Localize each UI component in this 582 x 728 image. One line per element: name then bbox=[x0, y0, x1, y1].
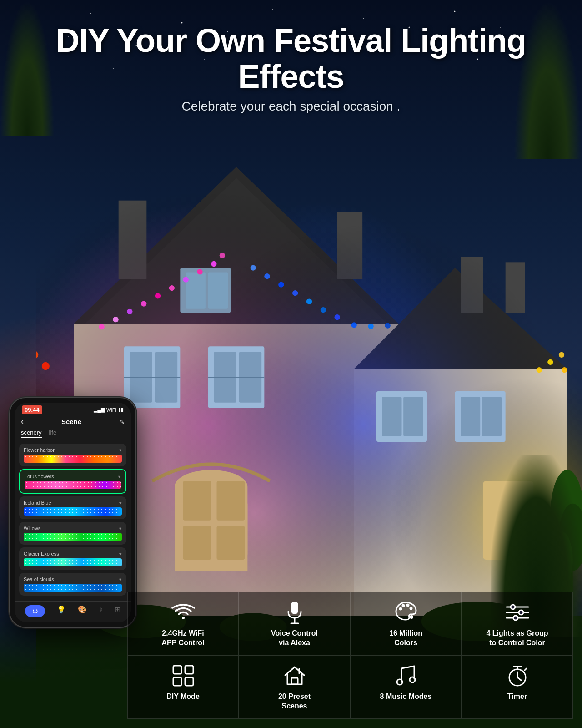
music-icon bbox=[396, 664, 416, 688]
phone-time: 09.44 bbox=[22, 405, 42, 414]
svg-rect-112 bbox=[291, 678, 298, 684]
scene-sea-of-clouds[interactable]: Sea of clouds ♥ bbox=[19, 573, 126, 596]
battery-icon: ▮▮ bbox=[118, 407, 124, 413]
svg-rect-46 bbox=[183, 526, 211, 560]
voice-label: Voice Control via Alexa bbox=[271, 629, 318, 648]
svg-point-82 bbox=[385, 323, 391, 329]
music-label: 8 Music Modes bbox=[380, 692, 432, 702]
scene-name: Lotus flowers bbox=[25, 474, 54, 479]
svg-point-101 bbox=[410, 615, 413, 619]
tab-life[interactable]: life bbox=[49, 429, 57, 438]
music-icon-wrap bbox=[393, 663, 419, 688]
sliders-icon-wrap bbox=[505, 600, 530, 625]
bulb-nav-icon[interactable]: 💡 bbox=[57, 605, 66, 617]
scene-flower-harbor[interactable]: Flower harbor ♥ bbox=[19, 444, 126, 466]
timer-icon-wrap bbox=[505, 663, 530, 688]
wifi-label: 2.4GHz WiFi APP Control bbox=[162, 629, 205, 648]
svg-rect-44 bbox=[183, 481, 211, 520]
scene-glacier-express[interactable]: Glacier Express ♥ bbox=[19, 547, 126, 570]
svg-rect-45 bbox=[217, 481, 245, 520]
phone-screen: 09.44 ▂▄▆ WiFi ▮▮ ‹ Scene ✎ scenery life bbox=[15, 403, 131, 622]
scene-dots-sea bbox=[24, 584, 122, 592]
scene-dots-lotus bbox=[25, 481, 121, 489]
feature-voice: Voice Control via Alexa bbox=[239, 592, 350, 656]
svg-point-4 bbox=[454, 11, 456, 12]
svg-rect-50 bbox=[403, 397, 423, 436]
phone-bottom-nav: ⏻ 💡 🎨 ♪ ⊞ bbox=[15, 601, 131, 622]
svg-point-114 bbox=[397, 679, 402, 685]
scene-name: Iceland Blue bbox=[24, 500, 51, 506]
svg-point-65 bbox=[127, 309, 132, 314]
back-button[interactable]: ‹ bbox=[21, 417, 24, 426]
scene-dots-glacier bbox=[24, 558, 122, 566]
svg-rect-111 bbox=[185, 677, 193, 686]
heart-icon: ♥ bbox=[119, 526, 122, 531]
wifi-icon bbox=[171, 603, 195, 622]
svg-point-93 bbox=[182, 617, 185, 619]
scene-willows[interactable]: Willows ♥ bbox=[19, 522, 126, 545]
music-nav-icon[interactable]: ♪ bbox=[99, 605, 103, 617]
svg-point-103 bbox=[511, 605, 515, 609]
palette-icon bbox=[394, 601, 418, 624]
tab-scenery[interactable]: scenery bbox=[21, 429, 42, 438]
scene-iceland-blue[interactable]: Iceland Blue ♥ bbox=[19, 496, 126, 519]
svg-rect-52 bbox=[461, 397, 480, 436]
feature-wifi: 2.4GHz WiFi APP Control bbox=[127, 592, 239, 656]
svg-rect-47 bbox=[217, 526, 245, 560]
feature-diy: DIY Mode bbox=[127, 655, 239, 719]
home-icon-wrap bbox=[282, 663, 307, 688]
phone-mockup: 09.44 ▂▄▆ WiFi ▮▮ ‹ Scene ✎ scenery life bbox=[9, 397, 136, 628]
scene-name: Glacier Express bbox=[24, 551, 59, 556]
svg-point-86 bbox=[562, 367, 567, 373]
scene-name: Willows bbox=[24, 526, 40, 531]
heart-icon: ♥ bbox=[119, 551, 122, 556]
svg-point-115 bbox=[410, 677, 415, 682]
svg-point-67 bbox=[155, 293, 161, 298]
grid-icon bbox=[172, 664, 195, 687]
phone-status-bar: 09.44 ▂▄▆ WiFi ▮▮ bbox=[15, 403, 131, 415]
phone-screen-title: Scene bbox=[61, 418, 81, 425]
colors-label: 16 Million Colors bbox=[389, 629, 422, 648]
edit-button[interactable]: ✎ bbox=[119, 418, 125, 425]
svg-rect-49 bbox=[382, 397, 401, 436]
heart-icon: ♥ bbox=[119, 448, 122, 453]
svg-rect-108 bbox=[173, 666, 181, 674]
svg-point-79 bbox=[335, 314, 340, 320]
header-section: DIY Your Own Festival Lighting Effects C… bbox=[0, 14, 582, 123]
signal-icon: ▂▄▆ bbox=[94, 407, 105, 413]
phone-outer: 09.44 ▂▄▆ WiFi ▮▮ ‹ Scene ✎ scenery life bbox=[9, 397, 136, 628]
group-label: 4 Lights as Group to Control Color bbox=[486, 629, 548, 648]
timer-label: Timer bbox=[507, 692, 527, 702]
heart-icon: ♥ bbox=[119, 577, 122, 582]
power-nav-button[interactable]: ⏻ bbox=[25, 605, 45, 617]
sliders-icon bbox=[506, 603, 529, 622]
svg-line-121 bbox=[525, 668, 527, 670]
feature-group: 4 Lights as Group to Control Color bbox=[462, 592, 573, 656]
svg-line-118 bbox=[517, 677, 521, 680]
heart-icon: ♥ bbox=[119, 500, 122, 506]
sub-title: Celebrate your each special occasion . bbox=[9, 99, 573, 114]
scene-name: Flower harbor bbox=[24, 447, 55, 453]
main-title: DIY Your Own Festival Lighting Effects bbox=[9, 23, 573, 95]
svg-point-99 bbox=[406, 603, 409, 607]
svg-point-84 bbox=[547, 359, 553, 365]
svg-point-81 bbox=[368, 324, 374, 329]
phone-tabs: scenery life bbox=[15, 429, 131, 441]
scene-dots-flower bbox=[24, 455, 122, 463]
phone-status-icons: ▂▄▆ WiFi ▮▮ bbox=[94, 407, 124, 413]
scene-nav-icon[interactable]: ⊞ bbox=[115, 605, 120, 617]
scene-lotus-flowers[interactable]: Lotus flowers ♥ bbox=[19, 469, 126, 494]
svg-point-66 bbox=[141, 301, 146, 306]
palette-nav-icon[interactable]: 🎨 bbox=[78, 605, 87, 617]
feature-scenes: 20 Preset Scenes bbox=[239, 655, 350, 719]
scene-dots-willows bbox=[24, 533, 122, 541]
wifi-icon-wrap bbox=[171, 600, 196, 625]
home-icon bbox=[283, 664, 306, 687]
svg-rect-110 bbox=[173, 677, 181, 686]
svg-point-80 bbox=[351, 322, 357, 328]
svg-point-83 bbox=[537, 367, 542, 373]
svg-point-100 bbox=[409, 607, 412, 610]
svg-point-97 bbox=[399, 607, 402, 610]
svg-point-78 bbox=[321, 307, 326, 313]
svg-point-77 bbox=[306, 299, 312, 304]
